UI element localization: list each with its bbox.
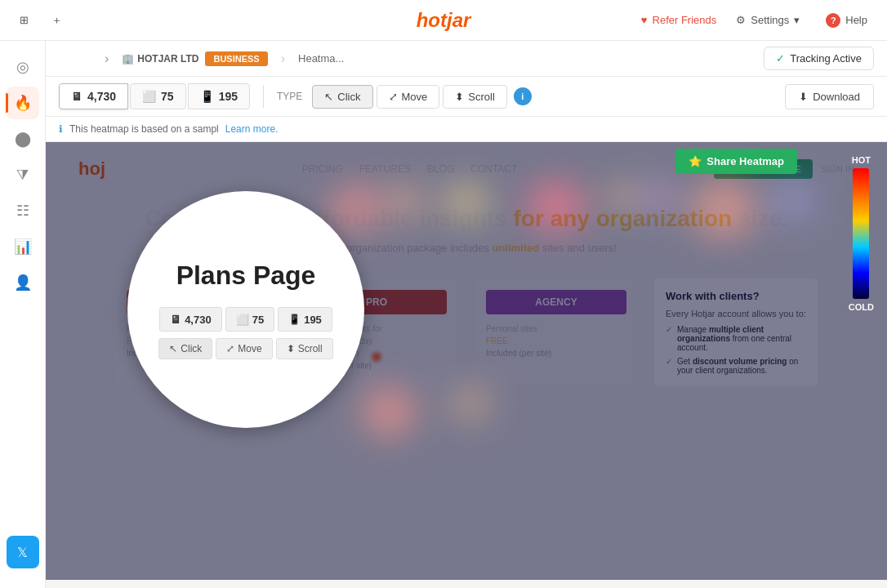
heat-blob-3	[438, 180, 495, 225]
breadcrumb-heatmaps[interactable]: Heatma...	[298, 52, 344, 65]
org-name: HOTJAR LTD	[137, 53, 198, 65]
magnify-title: Plans Page	[176, 260, 316, 291]
heatmap-icon: 🔥	[14, 94, 32, 112]
settings-button[interactable]: ⚙ Settings ▾	[729, 11, 806, 29]
type-tabs: ↖ Click ⤢ Move ⬍ Scroll	[312, 85, 506, 109]
heatmap-legend: HOT COLD	[849, 155, 874, 312]
magnify-circle: Plans Page 🖥 4,730 ⬜ 75 📱 195	[127, 191, 364, 428]
sidebar-item-heatmaps[interactable]: 🔥	[7, 87, 39, 119]
magnify-cursor-icon: ↖	[169, 343, 177, 354]
main-content: › 🏢 HOTJAR LTD BUSINESS › Heatma... ✓ Tr…	[46, 41, 887, 588]
building-icon: 🏢	[122, 53, 134, 65]
chevron-down-icon: ▾	[794, 14, 800, 26]
heat-blob-10	[446, 383, 495, 424]
hotjar-logo: hotjar	[417, 9, 471, 32]
dashboard-button[interactable]: ⊞	[13, 11, 35, 29]
gear-icon: ⚙	[736, 14, 746, 26]
share-heatmap-label: Share Heatmap	[706, 155, 784, 167]
sidebar-item-polls[interactable]: 📊	[7, 230, 39, 263]
tracking-label: Tracking Active	[790, 52, 862, 65]
share-heatmap-button[interactable]: ⭐ Share Heatmap	[675, 149, 797, 174]
magnify-content: Plans Page 🖥 4,730 ⬜ 75 📱 195	[127, 191, 364, 428]
info-icon[interactable]: i	[514, 87, 532, 105]
info-text: This heatmap is based on a sampl	[69, 123, 219, 135]
share-icon: ⭐	[689, 155, 702, 167]
magnify-click-label: Click	[181, 343, 202, 354]
desktop-count: 4,730	[87, 90, 116, 103]
move-icon: ⤢	[389, 91, 398, 103]
sidebar-item-overview[interactable]: ◎	[7, 51, 39, 83]
magnify-desktop-icon: 🖥	[170, 313, 181, 326]
mobile-count: 195	[219, 90, 238, 103]
legend-cold: COLD	[849, 302, 874, 312]
forms-icon: ☷	[16, 202, 29, 220]
learn-more-link[interactable]: Learn more.	[225, 123, 279, 135]
device-tab-desktop[interactable]: 🖥 4,730	[59, 83, 128, 109]
collapse-button[interactable]: ›	[105, 51, 109, 66]
heatmap-toolbar: 🖥 4,730 ⬜ 75 📱 195 TYPE ↖ Click	[46, 77, 887, 117]
org-icon-area: 🏢 HOTJAR LTD	[122, 53, 198, 65]
magnify-desktop-tab: 🖥 4,730	[159, 307, 222, 332]
magnify-tablet-icon: ⬜	[236, 314, 249, 326]
magnify-mobile-tab: 📱 195	[278, 307, 332, 332]
twitter-icon: 𝕏	[17, 545, 28, 560]
magnify-move-label: Move	[238, 343, 261, 354]
sidebar: ◎ 🔥 ⬤ ⧩ ☷ 📊 👤 𝕏	[0, 41, 46, 588]
polls-icon: 📊	[14, 238, 32, 256]
device-tabs: 🖥 4,730 ⬜ 75 📱 195	[59, 83, 250, 109]
type-tab-scroll[interactable]: ⬍ Scroll	[443, 85, 507, 109]
sidebar-item-users[interactable]: 👤	[7, 266, 39, 299]
click-label: Click	[337, 91, 360, 103]
breadcrumb-sep: ›	[281, 51, 285, 66]
add-button[interactable]: ＋	[45, 10, 69, 31]
magnify-scroll-label: Scroll	[298, 343, 323, 354]
help-label: Help	[845, 14, 867, 26]
magnify-click-tab: ↖ Click	[158, 338, 212, 359]
download-icon: ⬇	[799, 91, 808, 103]
toolbar-separator	[263, 85, 264, 108]
magnify-scroll-icon: ⬍	[287, 343, 295, 354]
plus-icon: ＋	[51, 13, 62, 28]
magnify-move-tab: ⤢ Move	[216, 338, 272, 359]
plan-badge: BUSINESS	[205, 51, 267, 66]
heat-blob-8	[764, 176, 822, 225]
check-icon: ✓	[776, 52, 785, 65]
magnify-mobile-count: 195	[304, 314, 322, 326]
sidebar-item-recordings[interactable]: ⬤	[7, 122, 39, 155]
scroll-label: Scroll	[468, 91, 495, 103]
device-tab-mobile[interactable]: 📱 195	[188, 83, 250, 109]
move-label: Move	[402, 91, 428, 103]
download-button[interactable]: ⬇ Download	[785, 84, 874, 109]
type-tab-move[interactable]: ⤢ Move	[377, 85, 440, 109]
mobile-icon: 📱	[200, 90, 214, 103]
magnify-tablet-count: 75	[252, 314, 264, 326]
download-label: Download	[813, 91, 860, 103]
desktop-icon: 🖥	[71, 90, 82, 103]
dashboard-icon: ⊞	[20, 14, 29, 26]
magnify-scroll-tab: ⬍ Scroll	[276, 338, 333, 359]
recordings-icon: ⬤	[15, 130, 31, 148]
cursor-icon: ↖	[324, 91, 333, 103]
legend-bar	[853, 168, 869, 299]
share-heatmap-area: ⭐ Share Heatmap	[675, 149, 797, 174]
help-icon: ?	[826, 13, 840, 28]
overview-icon: ◎	[16, 58, 29, 76]
heatmap-preview: hoj PRICING FEATURES BLOG CONTACT TRY IT…	[46, 142, 887, 580]
heat-blob-1	[323, 183, 389, 232]
magnify-move-icon: ⤢	[226, 343, 234, 354]
refer-friends-button[interactable]: ♥ Refer Friends	[641, 14, 716, 26]
sidebar-item-funnels[interactable]: ⧩	[7, 158, 39, 191]
type-tab-click[interactable]: ↖ Click	[312, 85, 372, 109]
twitter-button[interactable]: 𝕏	[7, 536, 39, 568]
magnify-tablet-tab: ⬜ 75	[225, 307, 274, 332]
nav-right: ♥ Refer Friends ⚙ Settings ▾ ? Help	[641, 10, 874, 31]
settings-label: Settings	[751, 14, 789, 26]
info-bar: ℹ This heatmap is based on a sampl Learn…	[46, 117, 887, 142]
nav-center: hotjar	[417, 9, 471, 32]
magnify-desktop-count: 4,730	[185, 314, 212, 326]
device-tab-tablet[interactable]: ⬜ 75	[130, 83, 186, 109]
org-info: 🏢 HOTJAR LTD BUSINESS	[122, 51, 267, 66]
heat-blob-7	[683, 176, 764, 242]
help-button[interactable]: ? Help	[819, 10, 874, 31]
sidebar-item-forms[interactable]: ☷	[7, 194, 39, 227]
